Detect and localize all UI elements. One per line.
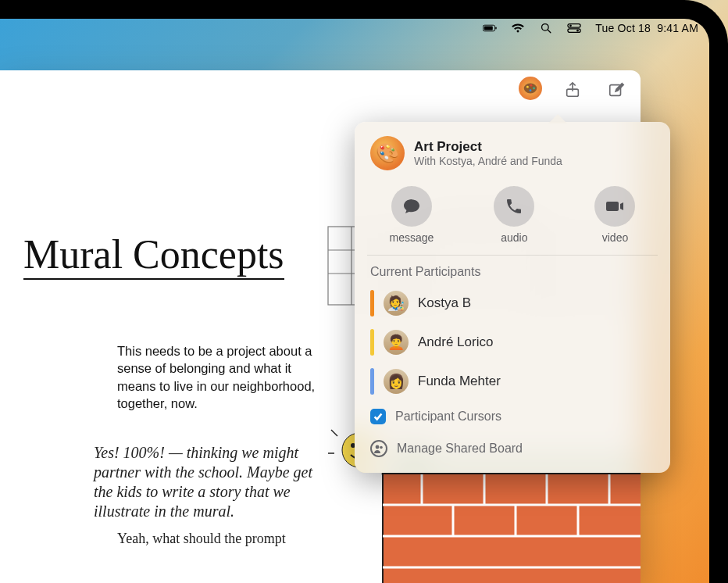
manage-label: Manage Shared Board (397, 442, 523, 456)
participant-row[interactable]: 👩Funda Mehter (355, 362, 670, 401)
spotlight-search-icon[interactable] (539, 23, 553, 34)
compose-button[interactable] (603, 77, 630, 103)
control-center-icon[interactable] (567, 23, 581, 34)
handwritten-note-2[interactable]: Yeah, what should the prompt (117, 531, 344, 547)
participant-name: Funda Mehter (418, 374, 501, 389)
board-title[interactable]: Mural Concepts (23, 234, 284, 280)
participant-color-bar (370, 290, 374, 317)
svg-point-13 (530, 89, 532, 91)
people-icon (370, 440, 387, 457)
divider (367, 255, 658, 256)
participant-name: Kostya B (418, 295, 471, 311)
typed-note[interactable]: This needs to be a project about a sense… (117, 342, 320, 412)
project-avatar-icon: 🎨 (370, 136, 405, 170)
participant-color-bar (370, 329, 374, 356)
contact-actions: message audio video (355, 181, 670, 255)
svg-line-37 (331, 430, 337, 436)
collaborate-button[interactable] (519, 77, 542, 100)
participant-name: André Lorico (418, 334, 493, 350)
participant-avatar: 👩 (384, 369, 409, 394)
project-title: Art Project (414, 139, 562, 155)
video-button[interactable]: video (594, 186, 635, 244)
svg-point-6 (569, 25, 572, 27)
message-button[interactable]: message (390, 186, 434, 244)
participant-row[interactable]: 🧑‍🎨Kostya B (355, 284, 670, 323)
message-label: message (390, 231, 434, 244)
svg-point-11 (530, 84, 532, 87)
participant-row[interactable]: 🧑‍🦱André Lorico (355, 323, 670, 362)
popover-header: 🎨 Art Project With Kostya, André and Fun… (355, 133, 670, 181)
manage-shared-board-button[interactable]: Manage Shared Board (355, 432, 670, 465)
participant-color-bar (370, 368, 374, 395)
audio-label: audio (501, 231, 527, 244)
handwritten-note-1[interactable]: Yes! 100%! — thinking we might partner w… (94, 443, 328, 521)
svg-point-10 (526, 86, 529, 88)
cursors-label: Participant Cursors (395, 410, 501, 424)
svg-point-12 (533, 88, 535, 90)
audio-button[interactable]: audio (494, 186, 534, 244)
svg-point-52 (376, 445, 380, 449)
video-label: video (602, 231, 628, 244)
svg-rect-2 (496, 27, 497, 30)
toolbar (519, 77, 630, 103)
participant-avatar: 🧑‍🎨 (384, 291, 409, 316)
battery-icon (483, 23, 497, 34)
checkbox-checked-icon (370, 409, 386, 424)
svg-point-8 (576, 30, 579, 32)
wifi-icon (511, 23, 525, 34)
menubar-datetime[interactable]: Tue Oct 18 9:41 AM (595, 22, 698, 34)
participant-cursors-toggle[interactable]: Participant Cursors (355, 401, 670, 432)
share-button[interactable] (559, 77, 586, 103)
participant-avatar: 🧑‍🦱 (384, 330, 409, 355)
svg-rect-1 (484, 27, 493, 30)
project-subtitle: With Kostya, André and Funda (414, 155, 562, 167)
participants-label: Current Participants (355, 263, 670, 284)
svg-point-53 (380, 446, 383, 449)
macos-menubar: Tue Oct 18 9:41 AM (483, 19, 698, 38)
collaboration-popover: 🎨 Art Project With Kostya, André and Fun… (355, 122, 670, 473)
svg-line-4 (548, 30, 551, 33)
svg-point-3 (542, 24, 549, 31)
